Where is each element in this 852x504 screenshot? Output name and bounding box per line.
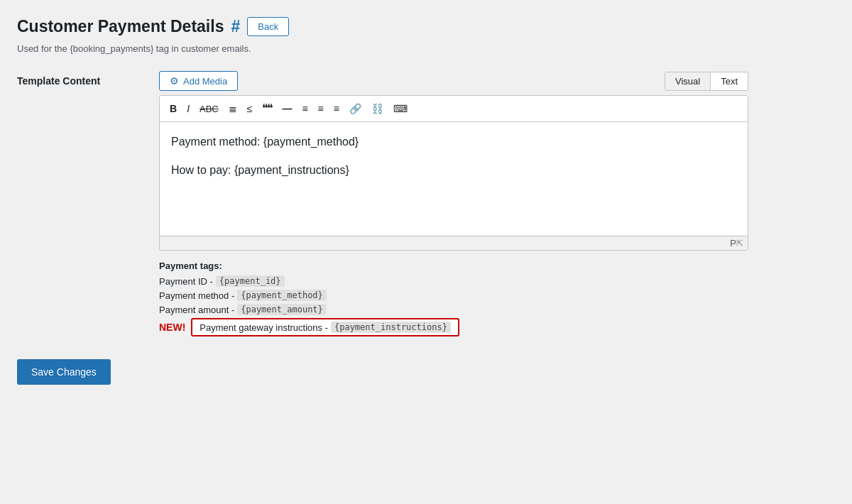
format-strikethrough-button[interactable]: ABC	[195, 102, 223, 116]
p-indicator: P	[728, 238, 736, 248]
tag-badge-payment-amount[interactable]: {payment_amount}	[237, 304, 327, 315]
anchor-link[interactable]: #	[231, 17, 240, 36]
template-content-label: Template Content	[17, 71, 145, 87]
editor-resize-bar: P ⇱	[160, 236, 748, 250]
editor-content[interactable]: Payment method: {payment_method} How to …	[160, 122, 748, 236]
tag-row-payment-id: Payment ID - {payment_id}	[159, 275, 748, 287]
format-unlink-button[interactable]: ⛓️	[367, 101, 388, 116]
format-align-right-button[interactable]: ≡	[329, 101, 344, 116]
format-fullscreen-button[interactable]: ⌨	[389, 101, 412, 116]
new-row-content: Payment gateway instructions - {payment_…	[191, 318, 459, 336]
view-tabs: Visual Text	[665, 72, 748, 91]
tag-label-payment-method: Payment method -	[159, 290, 234, 301]
editor-format-bar: B I ABC ≣ ≤ ❝❝ — ≡ ≡ ≡ 🔗 ⛓️ ⌨	[160, 96, 748, 122]
format-ul-button[interactable]: ≣	[224, 101, 241, 116]
editor-toolbar-top: ⚙ Add Media Visual Text	[159, 71, 748, 91]
tag-row-payment-method: Payment method - {payment_method}	[159, 290, 748, 301]
tab-text[interactable]: Text	[711, 72, 748, 90]
format-align-left-button[interactable]: ≡	[297, 101, 312, 116]
subtitle: Used for the {booking_payments} tag in c…	[17, 43, 835, 54]
tag-badge-payment-id[interactable]: {payment_id}	[216, 275, 285, 287]
tag-label-payment-id: Payment ID -	[159, 276, 213, 287]
tag-badge-payment-instructions[interactable]: {payment_instructions}	[331, 322, 451, 333]
payment-tags-title: Payment tags:	[159, 261, 748, 271]
format-hr-button[interactable]: —	[278, 101, 296, 116]
tag-badge-payment-method[interactable]: {payment_method}	[237, 290, 327, 301]
format-bold-button[interactable]: B	[165, 101, 181, 116]
form-content: ⚙ Add Media Visual Text B I ABC ≣ ≤ ❝❝	[159, 71, 748, 336]
add-media-button[interactable]: ⚙ Add Media	[159, 71, 238, 91]
tag-label-payment-amount: Payment amount -	[159, 305, 234, 315]
format-italic-button[interactable]: I	[182, 101, 194, 116]
payment-tags: Payment tags: Payment ID - {payment_id} …	[159, 261, 748, 336]
page-container: Customer Payment Details # Back Used for…	[17, 17, 835, 385]
editor-wrapper: B I ABC ≣ ≤ ❝❝ — ≡ ≡ ≡ 🔗 ⛓️ ⌨ Payment me…	[159, 95, 748, 251]
format-align-center-button[interactable]: ≡	[314, 101, 328, 116]
tag-label-payment-instructions: Payment gateway instructions -	[200, 322, 328, 333]
format-quote-button[interactable]: ❝❝	[258, 100, 276, 117]
back-button[interactable]: Back	[247, 17, 289, 36]
tag-row-payment-amount: Payment amount - {payment_amount}	[159, 304, 748, 315]
resize-handle[interactable]: ⇱	[736, 239, 743, 248]
media-icon: ⚙	[170, 75, 179, 87]
add-media-label: Add Media	[183, 76, 227, 87]
save-changes-button[interactable]: Save Changes	[17, 359, 111, 385]
form-row: Template Content ⚙ Add Media Visual Text…	[17, 71, 835, 336]
new-tag-row: NEW! Payment gateway instructions - {pay…	[159, 318, 748, 336]
page-title: Customer Payment Details	[17, 17, 224, 36]
format-link-button[interactable]: 🔗	[345, 101, 366, 116]
tab-visual[interactable]: Visual	[665, 72, 711, 90]
format-ol-button[interactable]: ≤	[243, 101, 257, 116]
page-header: Customer Payment Details # Back	[17, 17, 835, 36]
new-label: NEW!	[159, 322, 185, 333]
editor-line-2: How to pay: {payment_instructions}	[171, 162, 736, 179]
editor-line-1: Payment method: {payment_method}	[171, 133, 736, 150]
